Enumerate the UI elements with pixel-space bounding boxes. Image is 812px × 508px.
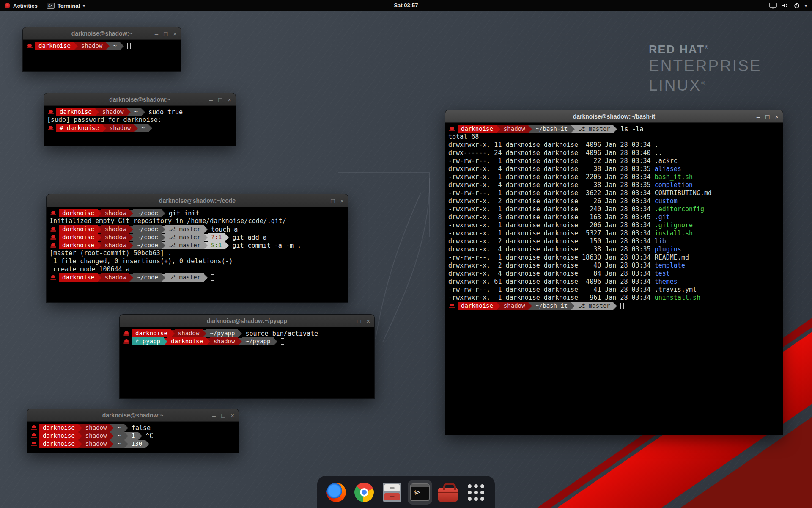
powerline-arrow-icon — [204, 242, 208, 249]
terminal-window-4[interactable]: darknoise@shadow:~/pyapp–□×darknoiseshad… — [120, 315, 374, 398]
clock[interactable]: Sat 03:57 — [394, 0, 418, 11]
window-titlebar[interactable]: darknoise@shadow:~/pyapp–□× — [120, 315, 374, 327]
close-button[interactable]: × — [340, 198, 344, 204]
app-menu[interactable]: $> Terminal ▾ — [42, 0, 90, 11]
terminal-window-3[interactable]: darknoise@shadow:~/code–□×darknoiseshado… — [47, 194, 348, 302]
ls-attributes: drwxrwxr-x. 61 darknoise darknoise 4096 … — [448, 278, 655, 285]
terminal-body[interactable]: darknoiseshadow~/codegit initInitialized… — [47, 207, 348, 284]
prompt-segment-untracked: ?:1 — [208, 233, 225, 241]
terminal-window-1[interactable]: darknoise@shadow:~–□×darknoiseshadow~ — [23, 27, 181, 71]
output-line: Initialized empty Git repository in /hom… — [49, 217, 345, 225]
terminal-body[interactable]: darknoiseshadow~/bash-it⎇ masterls -lato… — [445, 123, 783, 312]
output-line: [sudo] password for darknoise: — [47, 116, 233, 124]
redhat-prompt-icon — [449, 127, 455, 131]
ls-attributes: -rwxrwxr-x. 1 darknoise darknoise 5327 J… — [448, 229, 655, 237]
ls-attributes: drwx------. 24 darknoise darknoise 4096 … — [448, 149, 655, 157]
minimize-button[interactable]: – — [209, 97, 213, 103]
minimize-button[interactable]: – — [757, 113, 760, 120]
terminal-app-icon: $> — [410, 483, 430, 501]
display-icon — [769, 3, 777, 9]
terminal-body[interactable]: darknoiseshadow~falsedarknoiseshadow~1^C… — [27, 422, 239, 450]
prompt-segment-user: darknoise — [132, 329, 171, 337]
dock-item-firefox[interactable] — [324, 480, 348, 505]
maximize-button[interactable]: □ — [331, 198, 335, 204]
prompt-segment-git: ⎇ master — [165, 233, 204, 241]
powerline-arrow-icon — [141, 108, 145, 116]
redhat-prompt-icon — [50, 211, 56, 215]
powerline-arrow-icon — [129, 274, 133, 282]
maximize-button[interactable]: □ — [221, 412, 225, 419]
close-button[interactable]: × — [366, 318, 370, 324]
terminal-body[interactable]: darknoiseshadow~/pyappsource bin/activat… — [120, 327, 374, 348]
prompt-line: darknoiseshadow~1^C — [30, 432, 236, 440]
powerline-arrow-icon — [78, 424, 82, 432]
system-menu[interactable]: ▾ — [764, 0, 812, 11]
maximize-button[interactable]: □ — [357, 318, 361, 324]
dock: $> — [317, 476, 495, 508]
prompt-segment-host: shadow — [500, 302, 529, 310]
powerline-arrow-icon — [225, 242, 229, 249]
close-button[interactable]: × — [173, 30, 177, 37]
window-titlebar[interactable]: darknoise@shadow:~–□× — [23, 27, 181, 40]
ls-line: -rw-rw-r--. 1 darknoise darknoise 41 Jan… — [448, 286, 780, 294]
dock-item-chrome[interactable] — [352, 480, 376, 505]
prompt-segment-host: shadow — [82, 440, 110, 448]
filename: README.md — [655, 254, 689, 261]
close-button[interactable]: × — [775, 113, 779, 120]
ls-line: -rwxrwxr-x. 1 darknoise darknoise 206 Ja… — [448, 221, 780, 229]
ls-line: drwx------. 24 darknoise darknoise 4096 … — [448, 149, 780, 157]
ls-attributes: -rw-rw-r--. 1 darknoise darknoise 3622 J… — [448, 189, 655, 197]
ls-line: -rwxrwxr-x. 1 darknoise darknoise 5327 J… — [448, 229, 780, 237]
prompt-line: darknoiseshadow~/code⎇ masterS:1git comm… — [49, 241, 345, 249]
activities-button[interactable]: Activities — [0, 0, 42, 11]
powerline-arrow-icon — [110, 440, 114, 448]
filename: .editorconfig — [655, 205, 704, 213]
powerline-arrow-icon — [162, 234, 165, 241]
terminal-window-5[interactable]: darknoise@shadow:~–□×darknoiseshadow~fal… — [27, 409, 239, 453]
powerline-arrow-icon — [497, 125, 500, 133]
close-button[interactable]: × — [228, 97, 231, 103]
prompt-segment-path: ~/code — [133, 209, 162, 217]
powerline-arrow-icon — [238, 338, 242, 345]
terminal-window-2[interactable]: darknoise@shadow:~–□×darknoiseshadow~sud… — [44, 93, 236, 146]
close-button[interactable]: × — [230, 412, 234, 419]
maximize-button[interactable]: □ — [218, 97, 222, 103]
powerline-arrow-icon — [124, 440, 128, 448]
window-titlebar[interactable]: darknoise@shadow:~/bash-it–□× — [445, 110, 783, 123]
powerline-arrow-icon — [162, 242, 165, 249]
minimize-button[interactable]: – — [155, 30, 158, 37]
filename: .travis.yml — [655, 286, 697, 293]
window-titlebar[interactable]: darknoise@shadow:~–□× — [44, 93, 236, 106]
prompt-segment-host: shadow — [78, 42, 106, 50]
minimize-button[interactable]: – — [322, 198, 325, 204]
filename: custom — [655, 197, 678, 205]
prompt-segment-user: darknoise — [458, 302, 497, 310]
prompt-segment-host: shadow — [500, 125, 529, 133]
ls-attributes: drwxrwxr-x. 2 darknoise darknoise 26 Jan… — [448, 197, 655, 205]
output-line: [master (root-commit) 50bcb63] . — [49, 249, 345, 257]
ls-attributes: -rwxrwxr-x. 1 darknoise darknoise 2205 J… — [448, 173, 655, 181]
dock-item-terminal[interactable]: $> — [408, 480, 432, 505]
dock-item-files[interactable] — [380, 480, 404, 505]
window-titlebar[interactable]: darknoise@shadow:~/code–□× — [47, 194, 348, 207]
redhat-prompt-icon — [48, 110, 54, 114]
app-menu-label: Terminal — [58, 3, 80, 9]
terminal-window-6[interactable]: darknoise@shadow:~/bash-it–□×darknoisesh… — [445, 110, 783, 435]
prompt-segment-host: shadow — [102, 233, 130, 241]
prompt-line: darknoiseshadow~/bash-it⎇ master — [448, 302, 780, 310]
minimize-button[interactable]: – — [212, 412, 216, 419]
powerline-arrow-icon — [162, 274, 165, 282]
prompt-line: darknoiseshadow~/codegit init — [49, 209, 345, 217]
maximize-button[interactable]: □ — [765, 113, 769, 120]
terminal-body[interactable]: darknoiseshadow~ — [23, 40, 181, 52]
dock-item-toolbox[interactable] — [436, 480, 460, 505]
toolbox-icon — [438, 488, 458, 502]
minimize-button[interactable]: – — [348, 318, 351, 324]
dock-item-app-grid[interactable] — [464, 480, 488, 505]
maximize-button[interactable]: □ — [164, 30, 167, 37]
window-titlebar[interactable]: darknoise@shadow:~–□× — [27, 409, 239, 422]
prompt-segment-path: ~ — [138, 124, 148, 132]
terminal-body[interactable]: darknoiseshadow~sudo true[sudo] password… — [44, 106, 236, 134]
powerline-arrow-icon — [129, 210, 133, 217]
redhat-prompt-icon — [50, 275, 56, 280]
